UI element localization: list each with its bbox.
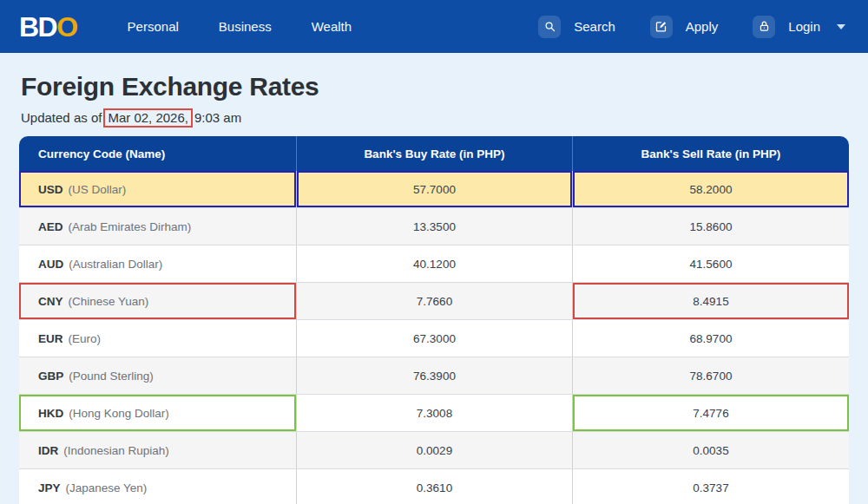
currency-code: AUD [38, 258, 63, 271]
currency-code: USD [38, 183, 63, 196]
currency-code: GBP [38, 370, 63, 383]
table-row-jpy: JPY(Japanese Yen)0.36100.3737 [19, 469, 849, 504]
sell-rate-cell: 7.4776 [572, 395, 849, 431]
currency-code: IDR [38, 444, 58, 457]
nav-actions: SearchApplyLogin [538, 16, 845, 38]
sell-rate-cell: 41.5600 [572, 245, 849, 282]
currency-name: (Australian Dollar) [69, 258, 162, 271]
currency-name: (US Dollar) [69, 183, 127, 196]
buy-rate-cell: 57.7000 [296, 171, 572, 207]
table-row-aed: AED(Arab Emirates Dirham)13.350015.8600 [19, 208, 849, 245]
sell-rate-cell: 78.6700 [572, 357, 849, 394]
currency-cell: CNY(Chinese Yuan) [19, 283, 296, 319]
currency-code: EUR [38, 332, 63, 345]
currency-code: CNY [38, 295, 63, 308]
currency-code: AED [38, 220, 63, 233]
table-row-gbp: GBP(Pound Sterling)76.390078.6700 [19, 357, 849, 395]
sell-rate-cell: 58.2000 [572, 171, 849, 207]
search-button[interactable]: Search [538, 16, 615, 38]
action-label: Login [788, 19, 820, 34]
action-label: Search [574, 19, 615, 34]
table-row-idr: IDR(Indonesian Rupiah)0.00290.0035 [19, 432, 849, 469]
updated-time: 9:03 am [194, 110, 241, 125]
column-header: Bank's Buy Rate (in PHP) [296, 136, 572, 171]
buy-rate-cell: 0.3610 [296, 469, 572, 504]
buy-rate-cell: 13.3500 [296, 208, 572, 245]
buy-rate-cell: 0.0029 [296, 432, 572, 468]
fx-table-body: USD(US Dollar)57.700058.2000AED(Arab Emi… [19, 171, 849, 504]
updated-prefix: Updated as of [21, 110, 102, 125]
currency-code: JPY [38, 481, 61, 494]
currency-cell: IDR(Indonesian Rupiah) [19, 432, 296, 468]
login-button[interactable]: Login [753, 16, 845, 38]
table-row-eur: EUR(Euro)67.300068.9700 [19, 320, 849, 357]
table-row-aud: AUD(Australian Dollar)40.120041.5600 [19, 245, 849, 283]
sell-rate-cell: 15.8600 [572, 208, 849, 245]
currency-cell: JPY(Japanese Yen) [19, 469, 296, 504]
sell-rate-cell: 0.0035 [572, 432, 849, 468]
nav-links: PersonalBusinessWealth [128, 19, 352, 34]
nav-link-wealth[interactable]: Wealth [312, 19, 352, 34]
logo-bd: BD [19, 11, 56, 43]
main-content: Foreign Exchange Rates Updated as ofMar … [0, 53, 868, 504]
currency-cell: AUD(Australian Dollar) [19, 245, 296, 282]
sell-rate-cell: 8.4915 [572, 283, 849, 319]
currency-cell: USD(US Dollar) [19, 171, 296, 207]
currency-name: (Euro) [69, 332, 102, 345]
lock-icon [753, 16, 775, 38]
currency-name: (Indonesian Rupiah) [63, 444, 169, 457]
updated-line: Updated as ofMar 02, 2026,9:03 am [21, 110, 849, 125]
bdo-logo[interactable]: BDO [19, 13, 77, 41]
table-row-hkd: HKD(Hong Kong Dollar)7.30087.4776 [19, 395, 849, 432]
nav-link-personal[interactable]: Personal [128, 19, 179, 34]
page-title: Foreign Exchange Rates [21, 72, 849, 101]
chevron-down-icon [837, 24, 845, 29]
column-header: Bank's Sell Rate (in PHP) [572, 136, 849, 171]
buy-rate-cell: 7.3008 [296, 395, 572, 431]
currency-cell: GBP(Pound Sterling) [19, 357, 296, 394]
top-navbar: BDO PersonalBusinessWealth SearchApplyLo… [0, 0, 868, 53]
currency-name: (Arab Emirates Dirham) [69, 220, 192, 233]
updated-date-highlight: Mar 02, 2026, [103, 108, 193, 128]
currency-cell: HKD(Hong Kong Dollar) [19, 395, 296, 431]
action-label: Apply [686, 19, 719, 34]
currency-cell: EUR(Euro) [19, 320, 296, 357]
fx-rates-table: Currency Code (Name)Bank's Buy Rate (in … [19, 136, 849, 504]
buy-rate-cell: 67.3000 [296, 320, 572, 357]
column-header: Currency Code (Name) [19, 136, 296, 171]
table-row-usd: USD(US Dollar)57.700058.2000 [19, 171, 849, 208]
currency-name: (Japanese Yen) [66, 481, 148, 494]
fx-table-header: Currency Code (Name)Bank's Buy Rate (in … [19, 136, 849, 171]
currency-cell: AED(Arab Emirates Dirham) [19, 208, 296, 245]
table-row-cny: CNY(Chinese Yuan)7.76608.4915 [19, 283, 849, 320]
buy-rate-cell: 7.7660 [296, 283, 572, 319]
buy-rate-cell: 40.1200 [296, 245, 572, 282]
search-icon [538, 16, 561, 38]
logo-o: O [56, 11, 76, 43]
sell-rate-cell: 0.3737 [572, 469, 849, 504]
buy-rate-cell: 76.3900 [296, 357, 572, 394]
currency-code: HKD [38, 407, 63, 420]
sell-rate-cell: 68.9700 [572, 320, 849, 357]
currency-name: (Chinese Yuan) [69, 295, 149, 308]
apply-button[interactable]: Apply [650, 16, 719, 38]
edit-icon [650, 16, 673, 38]
currency-name: (Pound Sterling) [69, 370, 154, 383]
currency-name: (Hong Kong Dollar) [69, 407, 169, 420]
nav-link-business[interactable]: Business [219, 19, 272, 34]
